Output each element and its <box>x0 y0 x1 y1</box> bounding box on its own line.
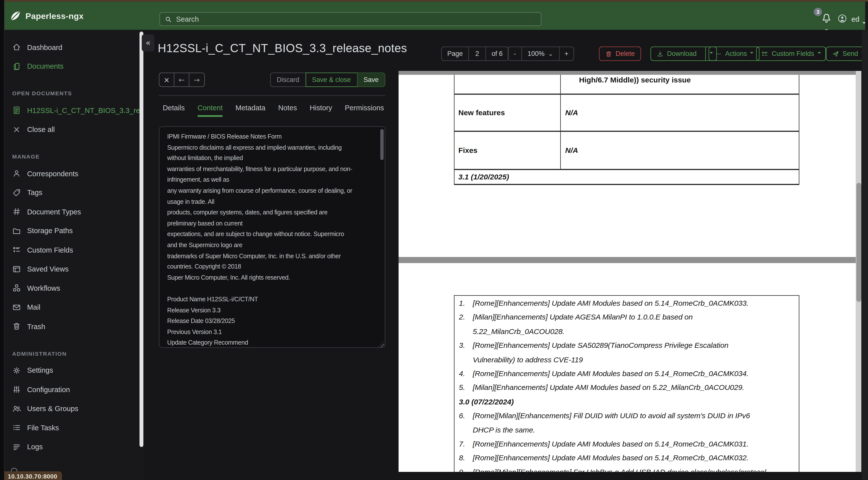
page-number-input[interactable]: 2 <box>469 47 486 60</box>
sidebar-item-documents[interactable]: Documents <box>4 57 144 76</box>
envelope-icon <box>12 303 21 312</box>
pdf-list-line: 5.[Milan][Enhancements] Update AMI Modul… <box>459 381 796 395</box>
sidebar-item-label: Dashboard <box>27 43 66 52</box>
sidebar-section-administration: ADMINISTRATION <box>12 350 144 356</box>
chevron-down-icon <box>817 52 821 56</box>
window-left-edge <box>0 0 4 480</box>
sidebar-item-tags[interactable]: Tags <box>4 183 144 202</box>
close-document-button[interactable]: × <box>159 73 175 86</box>
tab-details[interactable]: Details <box>163 103 185 117</box>
content-textarea[interactable]: IPMI Firmware / BIOS Release Notes Form … <box>159 126 385 348</box>
sidebar-item-configuration[interactable]: Configuration <box>4 380 144 399</box>
actions-button[interactable]: Actions <box>709 47 760 61</box>
table-row-value: N/A <box>561 132 799 169</box>
sidebar-item-label: Storage Paths <box>27 227 76 235</box>
ellipsis-icon <box>715 50 722 57</box>
zoom-in-button[interactable]: + <box>559 47 573 60</box>
pdf-scrollbar-thumb[interactable] <box>856 183 861 302</box>
sidebar-item-storage-paths[interactable]: Storage Paths <box>4 221 144 240</box>
save-and-close-button[interactable]: Save & close <box>305 72 358 87</box>
search-icon <box>164 15 172 23</box>
table-row: Fixes N/A <box>455 132 799 170</box>
user-avatar-icon[interactable] <box>837 14 847 23</box>
global-search[interactable] <box>159 12 541 26</box>
paperless-leaf-logo-icon <box>8 9 22 23</box>
window-icon <box>12 265 21 273</box>
sidebar-item-label: Saved Views <box>27 265 72 273</box>
pdf-release-table: High/6.7 Middle)) security issue New fea… <box>454 75 799 185</box>
download-split-button: Download <box>651 47 717 61</box>
list-check-icon <box>12 245 21 254</box>
sidebar: DashboardDocumentsOPEN DOCUMENTSH12SSL-i… <box>4 30 144 480</box>
delete-label: Delete <box>616 50 635 58</box>
users-icon <box>12 404 21 413</box>
tab-history[interactable]: History <box>310 103 332 117</box>
chevron-down-icon <box>750 52 754 56</box>
textarea-scrollbar-thumb[interactable] <box>380 129 384 160</box>
sidebar-item-close-all[interactable]: Close all <box>4 120 144 139</box>
sidebar-item-mail[interactable]: Mail <box>4 298 144 317</box>
sidebar-item-users-groups[interactable]: Users & Groups <box>4 399 144 418</box>
discard-button[interactable]: Discard <box>270 72 306 87</box>
trash-icon <box>12 322 21 331</box>
sidebar-item-label: Correspondents <box>27 169 82 178</box>
tasks-icon <box>12 423 21 432</box>
download-button[interactable]: Download <box>651 47 702 60</box>
delete-button[interactable]: Delete <box>599 47 641 61</box>
pdf-list-line: 8.[Rome][Enhancements] Update AMI Module… <box>459 451 796 465</box>
page-navigation-group: Page 2 of 6 <box>441 47 509 61</box>
trash-icon <box>605 50 612 57</box>
sidebar-item-dashboard[interactable]: Dashboard <box>4 38 144 57</box>
content-area: « H12SSL-i_C_CT_NT_BIOS_3.3_release_note… <box>144 30 868 480</box>
next-document-button[interactable]: → <box>189 73 205 86</box>
zoom-level-select[interactable]: 100% ⌄ <box>522 47 559 60</box>
custom-fields-button[interactable]: Custom Fields <box>756 47 826 61</box>
zoom-out-button[interactable]: - <box>508 47 522 60</box>
tab-metadata[interactable]: Metadata <box>236 103 266 117</box>
download-label: Download <box>667 50 696 58</box>
sidebar-item-trash[interactable]: Trash <box>4 317 144 336</box>
save-controls-group: Discard Save & close Save <box>270 72 385 87</box>
previous-document-button[interactable]: ← <box>175 73 189 86</box>
send-label: Send <box>843 50 858 58</box>
sidebar-scrollbar[interactable] <box>140 31 144 447</box>
sidebar-item-document-types[interactable]: Document Types <box>4 202 144 221</box>
sidebar-item-correspondents[interactable]: Correspondents <box>4 164 144 183</box>
sidebar-item-file-tasks[interactable]: File Tasks <box>4 418 144 438</box>
table-row-label: Fixes <box>455 132 561 169</box>
notifications-button[interactable]: 3 <box>814 7 834 28</box>
tab-content[interactable]: Content <box>197 103 223 117</box>
tab-permissions[interactable]: Permissions <box>345 103 384 117</box>
pdf-list-line: 4.[Rome][Enhancements] Update AMI Module… <box>459 367 796 381</box>
sidebar-item-saved-views[interactable]: Saved Views <box>4 260 144 279</box>
sidebar-nav: DashboardDocumentsOPEN DOCUMENTSH12SSL-i… <box>4 30 144 457</box>
paperless-ngx-app: Paperless-ngx 3 ed DashboardDocumentsOPE… <box>0 0 868 480</box>
table-row-value: N/A <box>561 95 799 131</box>
documents-icon <box>12 62 21 71</box>
pdf-list-box: 1.[Rome][Enhancements] Update AMI Module… <box>454 295 799 472</box>
sidebar-item-settings[interactable]: Settings <box>4 361 144 380</box>
page-total-label: of 6 <box>486 47 508 60</box>
pdf-clipped-row-text: High/6.7 Middle)) security issue <box>579 76 691 84</box>
collapse-sidebar-button[interactable]: « <box>142 34 155 52</box>
custom-fields-icon <box>761 50 768 57</box>
window-top-strip <box>0 0 868 2</box>
sidebar-item-logs[interactable]: Logs <box>4 437 144 456</box>
sidebar-item-label: Custom Fields <box>27 246 76 254</box>
save-button[interactable]: Save <box>357 72 385 87</box>
sidebar-item-custom-fields[interactable]: Custom Fields <box>4 240 144 260</box>
send-icon <box>832 50 839 57</box>
custom-fields-label: Custom Fields <box>772 50 814 58</box>
sidebar-item-label: Configuration <box>27 385 73 394</box>
document-title: H12SSL-i_C_CT_NT_BIOS_3.3_release_notes <box>158 41 407 55</box>
sidebar-item-h12ssl-i-c-ct-nt-bios-3-3-rel[interactable]: H12SSL-i_C_CT_NT_BIOS_3.3_rel... <box>4 101 144 120</box>
browser-status-url: 10.10.30.70:8000 <box>4 471 62 480</box>
tab-notes[interactable]: Notes <box>278 103 297 117</box>
pdf-list-line: 5.22_MilanCrb_0ACOU028. <box>459 324 796 338</box>
pdf-viewer[interactable]: High/6.7 Middle)) security issue New fea… <box>399 71 861 472</box>
pdf-list-line: Vulnerability) to address CVE-119 <box>459 353 796 366</box>
sidebar-item-label: Document Types <box>27 208 84 216</box>
search-input[interactable] <box>176 15 536 23</box>
username-label[interactable]: ed <box>851 15 860 23</box>
sidebar-item-workflows[interactable]: Workflows <box>4 279 144 298</box>
